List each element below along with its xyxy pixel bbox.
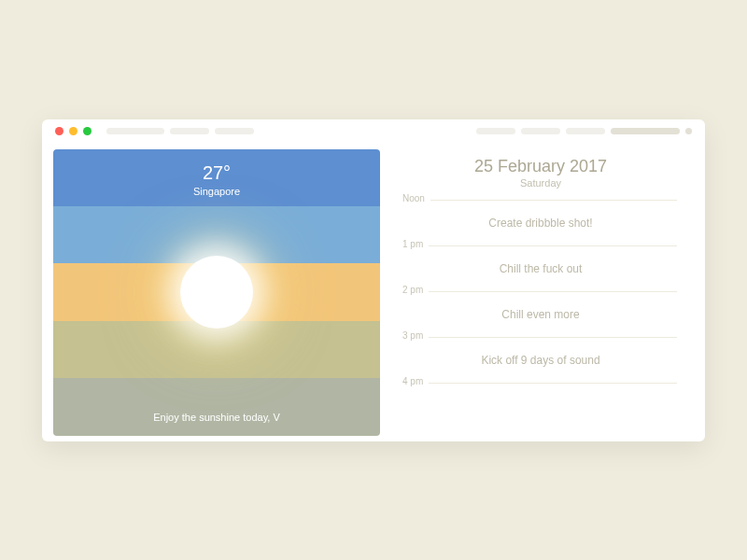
- time-slot[interactable]: Noon Create dribbble shot!: [404, 200, 677, 245]
- time-slot[interactable]: 3 pm Kick off 9 days of sound: [404, 337, 677, 383]
- maximize-icon[interactable]: [83, 127, 92, 135]
- date-header: 25 February 2017 Saturday: [404, 157, 677, 189]
- tab-placeholder: [106, 128, 164, 134]
- temperature: 27°: [53, 162, 380, 184]
- time-label: 3 pm: [402, 330, 429, 341]
- greeting-text: Enjoy the sunshine today, V: [53, 412, 380, 423]
- tab-placeholder: [685, 128, 692, 134]
- weather-panel: 27° Singapore Enjoy the sunshine today, …: [53, 149, 380, 436]
- time-slot[interactable]: 1 pm Chill the fuck out: [404, 245, 677, 291]
- tab-placeholder: [170, 128, 209, 134]
- time-slot: 4 pm: [404, 383, 677, 384]
- tab-placeholder: [215, 128, 254, 134]
- weather-header: 27° Singapore: [53, 162, 380, 197]
- schedule-panel: 25 February 2017 Saturday Noon Create dr…: [380, 144, 705, 441]
- event-text: Chill even more: [404, 308, 677, 321]
- date-text: 25 February 2017: [404, 157, 677, 176]
- day-text: Saturday: [404, 177, 677, 189]
- time-slot[interactable]: 2 pm Chill even more: [404, 291, 677, 337]
- tab-placeholder: [476, 128, 515, 134]
- ground-band: [53, 378, 380, 435]
- location: Singapore: [53, 186, 380, 197]
- time-label: Noon: [402, 193, 430, 203]
- sun-icon: [180, 256, 253, 329]
- tab-placeholder: [611, 128, 680, 134]
- minimize-icon[interactable]: [69, 127, 78, 135]
- event-text: Chill the fuck out: [404, 262, 677, 275]
- time-label: 4 pm: [402, 376, 429, 386]
- time-label: 2 pm: [402, 285, 429, 295]
- event-text: Kick off 9 days of sound: [404, 354, 677, 367]
- close-icon[interactable]: [55, 127, 63, 135]
- tab-placeholder: [521, 128, 560, 134]
- tab-placeholder: [566, 128, 605, 134]
- titlebar: [42, 119, 705, 144]
- event-text: Create dribbble shot!: [404, 217, 677, 230]
- content: 27° Singapore Enjoy the sunshine today, …: [42, 144, 705, 441]
- timeline: Noon Create dribbble shot! 1 pm Chill th…: [404, 200, 677, 384]
- app-window: 27° Singapore Enjoy the sunshine today, …: [42, 119, 705, 441]
- ground-band: [53, 321, 380, 378]
- time-label: 1 pm: [402, 239, 429, 249]
